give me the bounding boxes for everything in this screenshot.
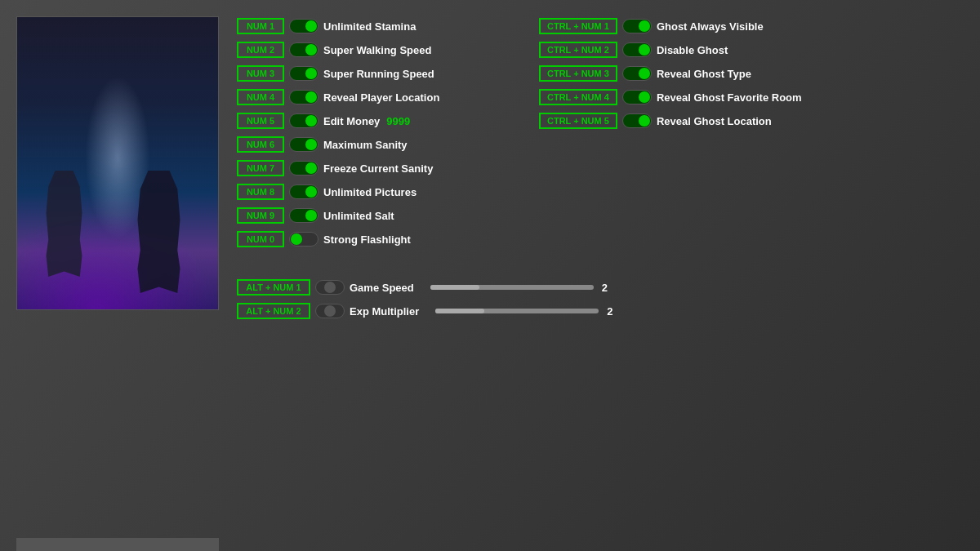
- cheat-label-left-3: Reveal Player Location: [323, 91, 439, 104]
- toggle-left-4[interactable]: [289, 113, 318, 128]
- cheat-label-right-4: Reveal Ghost Location: [657, 115, 772, 127]
- cheat-label-right-2: Reveal Ghost Type: [657, 68, 751, 80]
- key-button-right-3[interactable]: CTRL + NUM 4: [539, 89, 617, 105]
- cheat-label-left-7: Unlimited Pictures: [323, 186, 416, 198]
- toggle-right-4[interactable]: [622, 113, 652, 128]
- cheat-label-left-0: Unlimited Stamina: [323, 20, 416, 33]
- right-cheat-row-1: CTRL + NUM 2Disable Ghost: [539, 40, 817, 60]
- toggle-right-3[interactable]: [622, 90, 652, 104]
- right-cheat-row-0: CTRL + NUM 1Ghost Always Visible: [539, 16, 817, 36]
- key-button-alt-1[interactable]: ALT + NUM 2: [237, 303, 310, 319]
- cheat-label-left-4: Edit Money: [323, 115, 380, 127]
- key-button-left-6[interactable]: NUM 7: [237, 160, 284, 176]
- key-button-left-5[interactable]: NUM 6: [237, 136, 284, 153]
- cheat-label-left-6: Freeze Current Sanity: [323, 162, 433, 175]
- key-button-left-9[interactable]: NUM 0: [237, 231, 284, 247]
- cheat-label-left-8: Unlimited Salt: [323, 210, 394, 222]
- key-button-left-7[interactable]: NUM 8: [237, 184, 284, 200]
- right-cheat-row-4: CTRL + NUM 5Reveal Ghost Location: [539, 111, 817, 131]
- key-button-right-0[interactable]: CTRL + NUM 1: [539, 18, 617, 34]
- toggle-right-2[interactable]: [622, 66, 652, 81]
- left-cheat-row-6: NUM 7Freeze Current Sanity: [237, 158, 506, 178]
- toggle-left-0[interactable]: [289, 19, 318, 33]
- toggle-left-8[interactable]: [289, 208, 318, 223]
- toggle-alt-1[interactable]: [315, 304, 345, 318]
- left-cheat-row-3: NUM 4Reveal Player Location: [237, 87, 506, 107]
- right-cheats-column: CTRL + NUM 1Ghost Always VisibleCTRL + N…: [539, 16, 817, 253]
- alt-cheats-section: ALT + NUM 1Game Speed2ALT + NUM 2Exp Mul…: [237, 278, 964, 321]
- toggle-right-0[interactable]: [622, 19, 652, 33]
- key-button-left-2[interactable]: NUM 3: [237, 65, 284, 82]
- left-cheat-row-8: NUM 9Unlimited Salt: [237, 206, 506, 225]
- left-cheat-row-7: NUM 8Unlimited Pictures: [237, 182, 506, 202]
- key-button-right-1[interactable]: CTRL + NUM 2: [539, 42, 617, 58]
- key-button-right-2[interactable]: CTRL + NUM 3: [539, 65, 617, 82]
- toggle-left-2[interactable]: [289, 66, 318, 81]
- left-cheat-row-1: NUM 2Super Walking Speed: [237, 40, 506, 60]
- right-cheat-row-2: CTRL + NUM 3Reveal Ghost Type: [539, 64, 817, 83]
- cheat-label-right-0: Ghost Always Visible: [657, 20, 764, 33]
- left-cheat-row-5: NUM 6Maximum Sanity: [237, 135, 506, 154]
- toggle-left-3[interactable]: [289, 90, 318, 104]
- left-cheats-column: NUM 1Unlimited StaminaNUM 2Super Walking…: [237, 16, 506, 253]
- cheat-label-alt-1: Exp Multiplier: [350, 305, 419, 318]
- slider-value-0: 2: [602, 282, 608, 294]
- cheat-label-right-3: Reveal Ghost Favorite Room: [657, 91, 802, 104]
- money-value-4: 9999: [386, 115, 410, 127]
- trainer-label: [16, 538, 219, 551]
- key-button-left-0[interactable]: NUM 1: [237, 18, 284, 34]
- toggle-left-7[interactable]: [289, 184, 318, 199]
- cheat-label-alt-0: Game Speed: [350, 282, 414, 294]
- key-button-left-1[interactable]: NUM 2: [237, 42, 284, 58]
- main-window: NUM 1Unlimited StaminaNUM 2Super Walking…: [0, 0, 980, 551]
- slider-track-0[interactable]: [430, 285, 594, 290]
- alt-cheat-row-0: ALT + NUM 1Game Speed2: [237, 278, 964, 297]
- cheat-label-left-1: Super Walking Speed: [323, 44, 431, 56]
- toggle-alt-0[interactable]: [315, 280, 345, 295]
- controls-area: NUM 1Unlimited StaminaNUM 2Super Walking…: [237, 16, 964, 325]
- alt-cheat-row-1: ALT + NUM 2Exp Multiplier2: [237, 301, 964, 321]
- toggle-right-1[interactable]: [622, 42, 652, 57]
- toggle-left-5[interactable]: [289, 137, 318, 152]
- key-button-left-8[interactable]: NUM 9: [237, 207, 284, 224]
- left-cheat-row-9: NUM 0Strong Flashlight: [237, 229, 506, 249]
- right-cheat-row-3: CTRL + NUM 4Reveal Ghost Favorite Room: [539, 87, 817, 107]
- left-cheat-row-4: NUM 5Edit Money9999: [237, 111, 506, 131]
- game-image: [16, 16, 219, 310]
- toggle-left-6[interactable]: [289, 161, 318, 176]
- slider-track-1[interactable]: [435, 309, 599, 313]
- cheat-label-left-9: Strong Flashlight: [323, 233, 411, 246]
- slider-value-1: 2: [607, 305, 612, 318]
- left-cheat-row-0: NUM 1Unlimited Stamina: [237, 16, 506, 36]
- key-button-left-3[interactable]: NUM 4: [237, 89, 284, 105]
- key-button-right-4[interactable]: CTRL + NUM 5: [539, 113, 617, 129]
- key-button-alt-0[interactable]: ALT + NUM 1: [237, 279, 310, 295]
- cheat-label-left-2: Super Running Speed: [323, 68, 434, 80]
- cheat-label-left-5: Maximum Sanity: [323, 139, 408, 151]
- key-button-left-4[interactable]: NUM 5: [237, 113, 284, 129]
- toggle-left-9[interactable]: [289, 232, 318, 247]
- left-cheat-row-2: NUM 3Super Running Speed: [237, 64, 506, 83]
- cheat-label-right-1: Disable Ghost: [657, 44, 728, 56]
- toggle-left-1[interactable]: [289, 42, 318, 57]
